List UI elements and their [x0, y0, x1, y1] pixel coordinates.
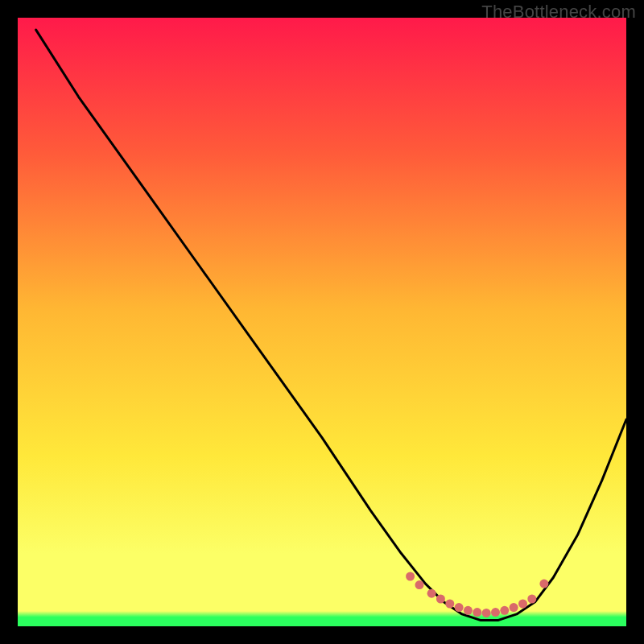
gradient-background [18, 18, 626, 626]
optimal-dot [539, 580, 548, 588]
optimal-dot [436, 595, 445, 604]
optimal-dot [500, 606, 509, 615]
optimal-dot [527, 595, 536, 604]
optimal-dot [510, 603, 518, 612]
optimal-dot [464, 606, 473, 615]
optimal-dot [415, 580, 424, 589]
optimal-dot [473, 608, 481, 617]
optimal-dot [406, 572, 415, 581]
optimal-dot [482, 609, 491, 617]
optimal-dot [518, 600, 527, 609]
optimal-dot [427, 589, 436, 598]
chart-frame [18, 18, 626, 626]
optimal-dot [445, 600, 454, 609]
optimal-dot [455, 603, 464, 612]
optimal-dot [491, 608, 500, 617]
chart-svg [18, 18, 626, 626]
